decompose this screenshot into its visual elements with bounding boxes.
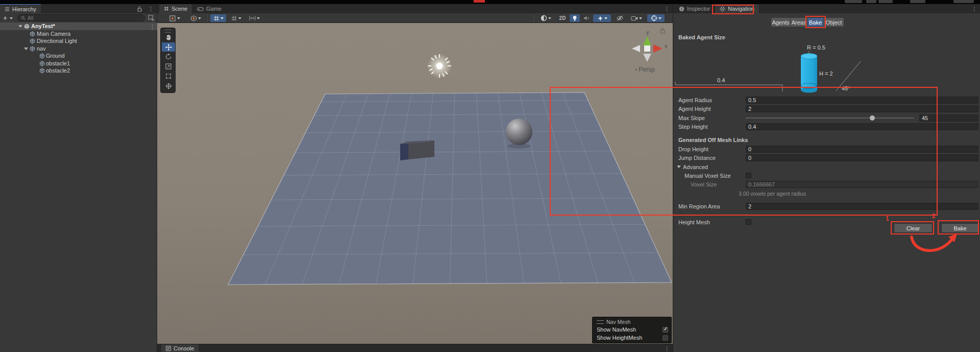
step-height-field[interactable]: 0.4 <box>746 123 978 130</box>
eye-slash-icon <box>616 15 624 21</box>
scale-tool-icon <box>165 63 172 69</box>
step-height-dim-label: 0.4 <box>717 77 725 83</box>
hierarchy-menu-icon[interactable]: ⋮ <box>148 4 154 13</box>
agent-height-field[interactable]: 2 <box>746 105 978 112</box>
item-label: obstacle2 <box>46 67 70 74</box>
grid-visibility-button[interactable] <box>228 14 244 22</box>
overlay-drag-icon <box>597 320 604 324</box>
mode-areas-button[interactable]: Areas <box>791 18 807 27</box>
foldout-icon[interactable] <box>24 48 28 50</box>
camera-settings-button[interactable] <box>627 14 645 22</box>
tab-game[interactable]: Game <box>192 4 226 13</box>
scene-viewport[interactable]: y x ‹ Persp <box>157 23 673 344</box>
overlay-header[interactable]: Nav Mesh <box>597 319 630 325</box>
advanced-foldout-icon[interactable] <box>677 166 681 168</box>
lock-icon[interactable] <box>137 6 142 12</box>
tab-hierarchy[interactable]: Hierarchy <box>0 4 41 13</box>
bake-label: Bake <box>809 19 822 26</box>
height-mesh-checkbox[interactable] <box>746 219 751 225</box>
manual-voxel-size-checkbox[interactable] <box>746 173 751 178</box>
2d-toggle[interactable]: 2D <box>556 14 569 22</box>
height-mesh-label: Height Mesh <box>678 219 710 226</box>
shading-mode-button[interactable] <box>537 14 554 22</box>
max-slope-value-field[interactable]: 45 <box>919 114 978 122</box>
scene-lighting-toggle[interactable] <box>570 14 580 22</box>
foldout-icon[interactable] <box>18 25 22 28</box>
gizmos-toggle[interactable] <box>647 14 665 22</box>
persp-toggle[interactable]: ‹ Persp <box>635 66 655 73</box>
2d-label: 2D <box>559 15 566 21</box>
hierarchy-row-scene[interactable]: AnyTest* ⋮ <box>0 22 157 30</box>
add-object-dropdown-icon[interactable] <box>10 17 13 19</box>
tab-inspector[interactable]: Inspector <box>674 4 715 13</box>
rect-tool-button[interactable] <box>162 72 175 81</box>
info-icon <box>679 6 684 12</box>
dropdown-arrow-icon <box>220 17 224 19</box>
dropdown-arrow-icon <box>238 17 241 19</box>
unity-scene-icon <box>24 24 30 29</box>
hierarchy-row[interactable]: Directional Light <box>0 37 157 45</box>
gizmos-icon <box>651 15 657 21</box>
transform-tool-button[interactable] <box>162 81 175 90</box>
show-navmesh-checkbox[interactable]: ✓ <box>663 327 668 333</box>
snap-increment-button[interactable] <box>247 14 262 22</box>
console-tab-label: Console <box>174 345 194 351</box>
max-slope-slider-handle[interactable] <box>870 115 875 121</box>
areas-label: Areas <box>792 19 806 26</box>
show-heightmesh-checkbox[interactable] <box>663 335 668 341</box>
rotate-tool-button[interactable] <box>162 52 175 61</box>
unity-editor-window: { "hierarchy": { "tab_label": "Hierarchy… <box>0 0 980 352</box>
scale-tool-button[interactable] <box>162 62 175 71</box>
move-tool-button[interactable] <box>162 42 175 52</box>
dropdown-arrow-icon <box>177 17 180 19</box>
mode-object-button[interactable]: Object <box>824 18 844 27</box>
directional-light-gizmo <box>427 54 452 78</box>
effects-icon <box>597 15 603 21</box>
jump-distance-field[interactable]: 0 <box>746 154 978 161</box>
navigation-menu-icon[interactable]: ⋮ <box>971 4 977 13</box>
advanced-label[interactable]: Advanced <box>683 163 708 171</box>
voxel-size-label: Voxel Size <box>691 181 717 188</box>
annotation-step-2: 2 <box>932 213 936 220</box>
item-label: Ground <box>46 53 65 59</box>
mode-agents-button[interactable]: Agents <box>771 18 791 27</box>
tool-handle-position-button[interactable] <box>166 14 183 22</box>
tab-console[interactable]: Console <box>161 344 199 352</box>
add-object-button[interactable]: + <box>3 14 7 21</box>
scene-name: AnyTest* <box>31 23 55 29</box>
effects-toggle[interactable] <box>593 14 611 22</box>
rotate-tool-icon <box>165 54 172 60</box>
hierarchy-row[interactable]: Main Camera <box>0 30 157 38</box>
scene-visibility-toggle[interactable] <box>613 14 626 22</box>
annotation-step-1: 1 <box>886 215 889 222</box>
rect-tool-icon <box>165 73 172 79</box>
min-region-area-field[interactable]: 2 <box>746 203 978 210</box>
hand-tool-button[interactable] <box>162 33 175 42</box>
mode-bake-button[interactable]: Bake <box>807 18 824 27</box>
hierarchy-row[interactable]: obstacle2 <box>0 67 157 75</box>
dropdown-arrow-icon <box>548 17 551 19</box>
tab-scene[interactable]: Scene <box>159 4 192 13</box>
navigation-panel: Inspector Navigation ⋮ Agents Areas Bake… <box>673 4 980 352</box>
grid-snap-toggle[interactable] <box>210 14 226 22</box>
max-slope-slider-track[interactable] <box>746 118 914 119</box>
agent-radius-field[interactable]: 0.5 <box>746 97 978 104</box>
tool-handle-rotation-button[interactable] <box>187 14 204 22</box>
dropdown-arrow-icon <box>604 17 607 19</box>
console-menu-icon[interactable]: ⋮ <box>664 344 670 352</box>
clear-button-label: Clear <box>906 225 920 231</box>
audio-toggle[interactable] <box>581 14 592 22</box>
drop-height-field[interactable]: 0 <box>746 146 978 153</box>
hierarchy-row[interactable]: obstacle1 <box>0 60 157 67</box>
persp-label: Persp <box>639 66 654 73</box>
light-bulb-icon <box>572 15 577 21</box>
hierarchy-row[interactable]: Ground <box>0 52 157 60</box>
hierarchy-row[interactable]: nav <box>0 45 157 53</box>
hierarchy-search-field[interactable]: All <box>17 14 145 21</box>
navmesh-overlay-title: Nav Mesh <box>606 319 630 325</box>
jump-distance-label: Jump Distance <box>678 154 716 161</box>
cube-icon <box>39 68 45 74</box>
tab-navigation[interactable]: Navigation <box>715 4 759 13</box>
scene-menu-icon[interactable]: ⋮ <box>664 4 670 13</box>
picking-icon[interactable] <box>148 15 154 21</box>
